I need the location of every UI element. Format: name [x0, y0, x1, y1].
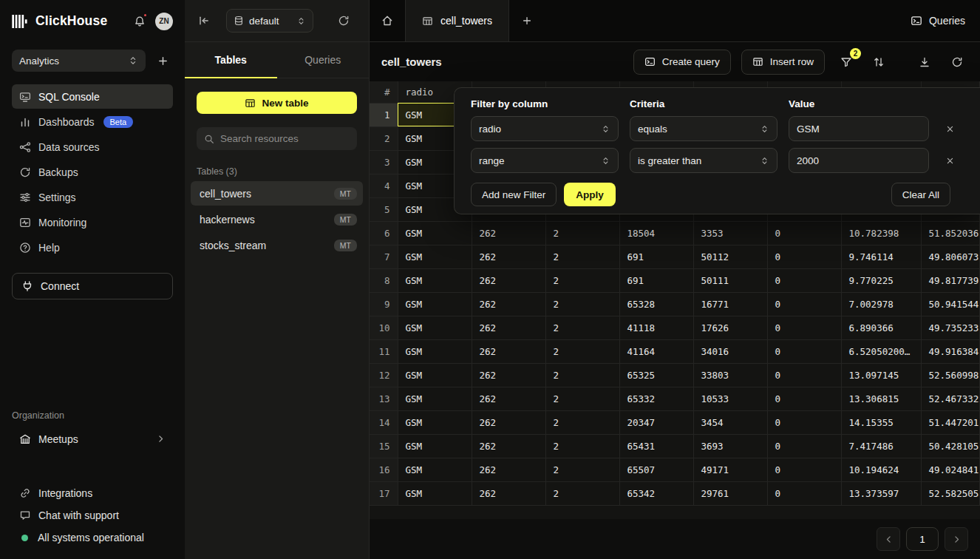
create-query-button[interactable]: Create query [633, 50, 731, 75]
table-row[interactable]: 7 GSM 262 2 691 50112 0 9.746114 49.8060… [370, 245, 980, 268]
cell[interactable]: 2 [545, 434, 619, 458]
cell[interactable]: 50.428105 [921, 434, 980, 458]
filter-value-input[interactable] [789, 148, 929, 173]
download-button[interactable] [913, 51, 936, 73]
cell[interactable]: 49171 [693, 458, 767, 481]
cell[interactable]: 41118 [619, 316, 693, 339]
cell[interactable]: 262 [472, 245, 545, 268]
cell[interactable]: 49.735233 [921, 316, 980, 339]
cell[interactable]: 65431 [619, 434, 693, 458]
sidebar-item-integrations[interactable]: Integrations [0, 482, 185, 504]
cell[interactable]: 262 [472, 292, 545, 316]
remove-filter-button[interactable] [940, 119, 959, 138]
table-row[interactable]: 12 GSM 262 2 65325 33803 0 13.097145 52.… [370, 363, 980, 387]
tab-queries[interactable]: Queries [277, 42, 370, 78]
cell[interactable]: 262 [472, 316, 545, 339]
table-row[interactable]: 8 GSM 262 2 691 50111 0 9.770225 49.8177… [370, 268, 980, 292]
cell[interactable]: 9.746114 [841, 245, 921, 268]
cell[interactable]: 10533 [693, 387, 767, 410]
cell[interactable]: GSM [398, 481, 472, 505]
prev-page-button[interactable] [877, 527, 900, 551]
table-item-hackernews[interactable]: hackernews MT [191, 207, 363, 231]
page-number-input[interactable] [906, 527, 939, 551]
cell[interactable]: 262 [472, 268, 545, 292]
table-row[interactable]: 16 GSM 262 2 65507 49171 0 10.194624 49.… [370, 458, 980, 481]
cell[interactable]: 13.373597 [841, 481, 921, 505]
refresh-table-button[interactable] [946, 51, 968, 73]
table-row[interactable]: 14 GSM 262 2 20347 3454 0 14.15355 51.44… [370, 410, 980, 434]
sidebar-item-help[interactable]: Help [12, 235, 173, 260]
cell[interactable]: 52.560998 [921, 363, 980, 387]
cell[interactable]: 34016 [693, 339, 767, 363]
cell[interactable]: 65328 [619, 292, 693, 316]
refresh-resources-button[interactable] [333, 10, 354, 31]
sidebar-item-sql-console[interactable]: SQL Console [12, 84, 173, 109]
avatar[interactable]: ZN [155, 13, 173, 30]
tab-cell-towers[interactable]: cell_towers [405, 0, 509, 41]
cell[interactable]: 10.194624 [841, 458, 921, 481]
cell[interactable]: 0 [767, 221, 841, 245]
cell[interactable]: GSM [398, 387, 472, 410]
cell[interactable]: 2 [545, 410, 619, 434]
cell[interactable]: 3353 [693, 221, 767, 245]
cell[interactable]: 2 [545, 387, 619, 410]
cell[interactable]: 9.770225 [841, 268, 921, 292]
cell[interactable]: 6.52050200… [841, 339, 921, 363]
table-row[interactable]: 13 GSM 262 2 65332 10533 0 13.306815 52.… [370, 387, 980, 410]
table-item-cell-towers[interactable]: cell_towers MT [191, 181, 363, 206]
cell[interactable]: 50112 [693, 245, 767, 268]
add-service-button[interactable] [153, 50, 173, 71]
cell[interactable]: 2 [545, 292, 619, 316]
sidebar-item-chat-support[interactable]: Chat with support [0, 504, 185, 526]
cell[interactable]: 29761 [693, 481, 767, 505]
table-row[interactable]: 9 GSM 262 2 65328 16771 0 7.002978 50.94… [370, 292, 980, 316]
cell[interactable]: 65325 [619, 363, 693, 387]
cell[interactable]: 51.447201 [921, 410, 980, 434]
filter-button[interactable]: 2 [835, 51, 857, 73]
cell[interactable]: 10.782398 [841, 221, 921, 245]
cell[interactable]: 0 [767, 292, 841, 316]
cell[interactable]: 13.306815 [841, 387, 921, 410]
sort-button[interactable] [868, 51, 890, 73]
cell[interactable]: 49.024841 [921, 458, 980, 481]
cell[interactable]: 17626 [693, 316, 767, 339]
search-input[interactable] [220, 133, 351, 144]
queries-button[interactable]: Queries [911, 15, 965, 27]
cell[interactable]: 0 [767, 410, 841, 434]
cell[interactable]: 0 [767, 245, 841, 268]
cell[interactable]: 691 [619, 245, 693, 268]
cell[interactable]: 50111 [693, 268, 767, 292]
apply-filters-button[interactable]: Apply [564, 183, 616, 206]
cell[interactable]: 262 [472, 410, 545, 434]
cell[interactable]: 0 [767, 387, 841, 410]
notifications-button[interactable] [132, 13, 148, 30]
cell[interactable]: 262 [472, 339, 545, 363]
filter-value-input[interactable] [789, 116, 929, 141]
service-select[interactable]: Analytics [12, 50, 146, 72]
cell[interactable]: GSM [398, 458, 472, 481]
connect-button[interactable]: Connect [12, 273, 173, 299]
cell[interactable]: 18504 [619, 221, 693, 245]
cell[interactable]: 49.916384 [921, 339, 980, 363]
filter-column-select[interactable]: range [471, 148, 619, 173]
add-filter-button[interactable]: Add new Filter [471, 183, 557, 206]
cell[interactable]: GSM [398, 316, 472, 339]
cell[interactable]: 262 [472, 481, 545, 505]
cell[interactable]: 2 [545, 245, 619, 268]
cell[interactable]: GSM [398, 434, 472, 458]
sidebar-item-data-sources[interactable]: Data sources [12, 135, 173, 159]
cell[interactable]: GSM [398, 363, 472, 387]
cell[interactable]: 0 [767, 268, 841, 292]
cell[interactable]: 0 [767, 434, 841, 458]
cell[interactable]: 65332 [619, 387, 693, 410]
cell[interactable]: 49.806073 [921, 245, 980, 268]
cell[interactable]: 14.15355 [841, 410, 921, 434]
cell[interactable]: 49.817739 [921, 268, 980, 292]
cell[interactable]: 20347 [619, 410, 693, 434]
cell[interactable]: GSM [398, 339, 472, 363]
clear-filters-button[interactable]: Clear All [891, 183, 950, 206]
sidebar-item-meetups[interactable]: Meetups [12, 427, 173, 451]
cell[interactable]: 262 [472, 221, 545, 245]
cell[interactable]: 7.417486 [841, 434, 921, 458]
cell[interactable]: 2 [545, 481, 619, 505]
